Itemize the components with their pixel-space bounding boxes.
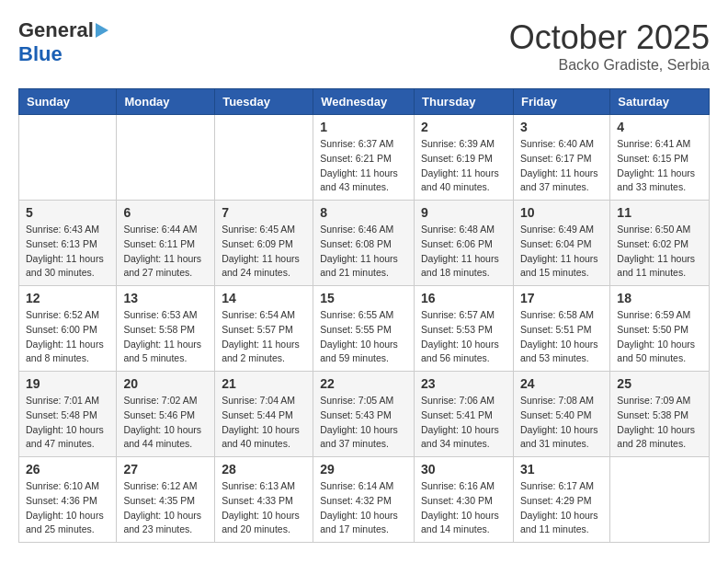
day-info: Sunrise: 6:41 AMSunset: 6:15 PMDaylight:… <box>617 137 702 195</box>
day-number: 30 <box>421 462 506 477</box>
calendar-table: SundayMondayTuesdayWednesdayThursdayFrid… <box>18 88 710 543</box>
calendar-cell: 18Sunrise: 6:59 AMSunset: 5:50 PMDayligh… <box>610 286 710 372</box>
calendar-cell: 28Sunrise: 6:13 AMSunset: 4:33 PMDayligh… <box>215 457 313 543</box>
title-section: October 2025 Backo Gradiste, Serbia <box>509 18 710 74</box>
calendar-cell: 14Sunrise: 6:54 AMSunset: 5:57 PMDayligh… <box>215 286 313 372</box>
day-info: Sunrise: 6:16 AMSunset: 4:30 PMDaylight:… <box>421 479 506 537</box>
calendar-cell: 8Sunrise: 6:46 AMSunset: 6:08 PMDaylight… <box>313 201 415 286</box>
logo: General Blue <box>18 18 108 66</box>
day-info: Sunrise: 7:05 AMSunset: 5:43 PMDaylight:… <box>320 394 407 452</box>
calendar-cell <box>610 457 710 543</box>
calendar-cell: 10Sunrise: 6:49 AMSunset: 6:04 PMDayligh… <box>513 201 609 286</box>
calendar-cell <box>215 115 313 201</box>
calendar-cell: 29Sunrise: 6:14 AMSunset: 4:32 PMDayligh… <box>313 457 415 543</box>
day-number: 23 <box>421 376 506 391</box>
day-of-week-header: Tuesday <box>215 89 313 115</box>
day-of-week-header: Monday <box>117 89 215 115</box>
day-info: Sunrise: 6:58 AMSunset: 5:51 PMDaylight:… <box>520 308 603 366</box>
day-info: Sunrise: 7:04 AMSunset: 5:44 PMDaylight:… <box>222 394 306 452</box>
day-info: Sunrise: 6:52 AMSunset: 6:00 PMDaylight:… <box>26 308 109 366</box>
day-info: Sunrise: 6:43 AMSunset: 6:13 PMDaylight:… <box>26 223 109 281</box>
day-number: 1 <box>320 120 407 134</box>
day-number: 29 <box>320 462 407 477</box>
day-info: Sunrise: 6:59 AMSunset: 5:50 PMDaylight:… <box>617 308 702 366</box>
day-number: 27 <box>123 462 208 477</box>
day-number: 22 <box>320 376 407 391</box>
day-number: 13 <box>123 291 208 305</box>
day-info: Sunrise: 7:09 AMSunset: 5:38 PMDaylight:… <box>617 394 702 452</box>
logo-blue: Blue <box>18 42 63 66</box>
page-header: General Blue October 2025 Backo Gradiste… <box>18 18 710 74</box>
calendar-cell: 15Sunrise: 6:55 AMSunset: 5:55 PMDayligh… <box>313 286 415 372</box>
day-info: Sunrise: 7:06 AMSunset: 5:41 PMDaylight:… <box>421 394 506 452</box>
day-number: 18 <box>617 291 702 305</box>
day-number: 2 <box>421 120 506 134</box>
calendar-header-row: SundayMondayTuesdayWednesdayThursdayFrid… <box>19 89 710 115</box>
day-number: 10 <box>520 205 603 220</box>
day-info: Sunrise: 6:37 AMSunset: 6:21 PMDaylight:… <box>320 137 407 195</box>
calendar-cell: 27Sunrise: 6:12 AMSunset: 4:35 PMDayligh… <box>117 457 215 543</box>
day-info: Sunrise: 6:39 AMSunset: 6:19 PMDaylight:… <box>421 137 506 195</box>
day-of-week-header: Saturday <box>610 89 710 115</box>
day-info: Sunrise: 6:10 AMSunset: 4:36 PMDaylight:… <box>26 479 109 537</box>
day-info: Sunrise: 7:08 AMSunset: 5:40 PMDaylight:… <box>520 394 603 452</box>
day-info: Sunrise: 6:57 AMSunset: 5:53 PMDaylight:… <box>421 308 506 366</box>
day-number: 15 <box>320 291 407 305</box>
day-info: Sunrise: 6:53 AMSunset: 5:58 PMDaylight:… <box>123 308 208 366</box>
calendar-cell: 11Sunrise: 6:50 AMSunset: 6:02 PMDayligh… <box>610 201 710 286</box>
calendar-cell: 24Sunrise: 7:08 AMSunset: 5:40 PMDayligh… <box>513 372 609 457</box>
day-info: Sunrise: 6:49 AMSunset: 6:04 PMDaylight:… <box>520 223 603 281</box>
day-info: Sunrise: 6:54 AMSunset: 5:57 PMDaylight:… <box>222 308 306 366</box>
day-number: 21 <box>222 376 306 391</box>
calendar-cell: 16Sunrise: 6:57 AMSunset: 5:53 PMDayligh… <box>415 286 514 372</box>
month-title: October 2025 <box>509 18 710 57</box>
day-number: 8 <box>320 205 407 220</box>
day-number: 5 <box>26 205 109 220</box>
day-info: Sunrise: 6:50 AMSunset: 6:02 PMDaylight:… <box>617 223 702 281</box>
logo-arrow-icon <box>96 23 108 38</box>
day-number: 9 <box>421 205 506 220</box>
day-of-week-header: Sunday <box>19 89 117 115</box>
calendar-week-row: 12Sunrise: 6:52 AMSunset: 6:00 PMDayligh… <box>19 286 710 372</box>
day-info: Sunrise: 7:02 AMSunset: 5:46 PMDaylight:… <box>123 394 208 452</box>
calendar-week-row: 26Sunrise: 6:10 AMSunset: 4:36 PMDayligh… <box>19 457 710 543</box>
calendar-cell: 12Sunrise: 6:52 AMSunset: 6:00 PMDayligh… <box>19 286 117 372</box>
day-number: 24 <box>520 376 603 391</box>
day-info: Sunrise: 6:48 AMSunset: 6:06 PMDaylight:… <box>421 223 506 281</box>
location-subtitle: Backo Gradiste, Serbia <box>509 57 710 74</box>
calendar-cell: 23Sunrise: 7:06 AMSunset: 5:41 PMDayligh… <box>415 372 514 457</box>
calendar-cell <box>19 115 117 201</box>
calendar-cell: 1Sunrise: 6:37 AMSunset: 6:21 PMDaylight… <box>313 115 415 201</box>
calendar-week-row: 5Sunrise: 6:43 AMSunset: 6:13 PMDaylight… <box>19 201 710 286</box>
day-info: Sunrise: 6:13 AMSunset: 4:33 PMDaylight:… <box>222 479 306 537</box>
day-of-week-header: Thursday <box>415 89 514 115</box>
calendar-cell: 19Sunrise: 7:01 AMSunset: 5:48 PMDayligh… <box>19 372 117 457</box>
calendar-cell: 26Sunrise: 6:10 AMSunset: 4:36 PMDayligh… <box>19 457 117 543</box>
calendar-week-row: 1Sunrise: 6:37 AMSunset: 6:21 PMDaylight… <box>19 115 710 201</box>
day-info: Sunrise: 6:17 AMSunset: 4:29 PMDaylight:… <box>520 479 603 537</box>
day-number: 11 <box>617 205 702 220</box>
calendar-cell <box>117 115 215 201</box>
calendar-cell: 31Sunrise: 6:17 AMSunset: 4:29 PMDayligh… <box>513 457 609 543</box>
day-of-week-header: Wednesday <box>313 89 415 115</box>
day-number: 6 <box>123 205 208 220</box>
calendar-cell: 22Sunrise: 7:05 AMSunset: 5:43 PMDayligh… <box>313 372 415 457</box>
day-number: 3 <box>520 120 603 134</box>
calendar-cell: 20Sunrise: 7:02 AMSunset: 5:46 PMDayligh… <box>117 372 215 457</box>
day-number: 20 <box>123 376 208 391</box>
day-number: 25 <box>617 376 702 391</box>
day-info: Sunrise: 6:55 AMSunset: 5:55 PMDaylight:… <box>320 308 407 366</box>
day-number: 28 <box>222 462 306 477</box>
calendar-cell: 3Sunrise: 6:40 AMSunset: 6:17 PMDaylight… <box>513 115 609 201</box>
day-number: 17 <box>520 291 603 305</box>
calendar-cell: 5Sunrise: 6:43 AMSunset: 6:13 PMDaylight… <box>19 201 117 286</box>
day-number: 26 <box>26 462 109 477</box>
calendar-cell: 21Sunrise: 7:04 AMSunset: 5:44 PMDayligh… <box>215 372 313 457</box>
day-info: Sunrise: 6:40 AMSunset: 6:17 PMDaylight:… <box>520 137 603 195</box>
calendar-cell: 25Sunrise: 7:09 AMSunset: 5:38 PMDayligh… <box>610 372 710 457</box>
day-number: 14 <box>222 291 306 305</box>
day-number: 12 <box>26 291 109 305</box>
day-number: 7 <box>222 205 306 220</box>
logo-general: General <box>18 18 94 42</box>
day-number: 19 <box>26 376 109 391</box>
